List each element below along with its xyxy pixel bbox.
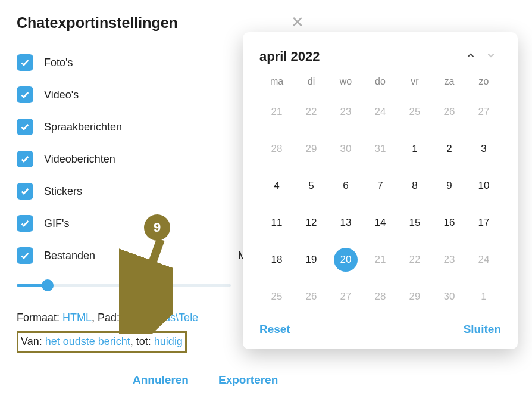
checkbox-label: Foto's — [44, 57, 73, 69]
calendar-day: 27 — [334, 285, 358, 309]
calendar-day[interactable]: 2 — [437, 137, 461, 161]
calendar-day: 30 — [437, 285, 461, 309]
calendar-reset-button[interactable]: Reset — [259, 323, 290, 336]
calendar-day: 24 — [368, 100, 392, 124]
check-icon — [20, 251, 30, 260]
checkbox[interactable] — [17, 183, 33, 200]
check-icon — [20, 154, 30, 164]
calendar-day[interactable]: 19 — [299, 248, 323, 272]
calendar-day: 31 — [368, 137, 392, 161]
calendar-day: 24 — [472, 248, 496, 272]
calendar-dow: ma — [259, 76, 294, 87]
calendar-day[interactable]: 13 — [334, 211, 358, 235]
checkbox-label: Spraakberichten — [44, 121, 122, 133]
calendar-day: 25 — [265, 285, 289, 309]
chevron-up-icon — [465, 50, 476, 61]
export-button[interactable]: Exporteren — [218, 374, 278, 387]
check-icon — [20, 186, 30, 196]
to-link[interactable]: huidig — [154, 335, 183, 347]
calendar-dow: do — [363, 76, 398, 87]
calendar-dow: zo — [467, 76, 501, 87]
checkbox-label: Stickers — [44, 185, 82, 198]
calendar-day[interactable]: 3 — [472, 137, 496, 161]
calendar-day: 29 — [299, 137, 323, 161]
calendar-dow: wo — [328, 76, 363, 87]
calendar-dow: vr — [398, 76, 432, 87]
slider-thumb[interactable] — [42, 279, 54, 291]
checkbox-label: Video's — [44, 89, 79, 101]
calendar-day[interactable]: 4 — [265, 174, 289, 198]
next-month-button[interactable] — [481, 50, 501, 64]
calendar-day: 21 — [368, 248, 392, 272]
calendar-day[interactable]: 17 — [472, 211, 496, 235]
calendar-day: 30 — [334, 137, 358, 161]
calendar-day: 27 — [472, 100, 496, 124]
from-link[interactable]: het oudste bericht — [45, 335, 130, 347]
calendar-day[interactable]: 5 — [299, 174, 323, 198]
calendar-day[interactable]: 12 — [299, 211, 323, 235]
checkbox[interactable] — [17, 151, 33, 167]
cancel-button[interactable]: Annuleren — [133, 374, 189, 387]
path-link[interactable]: Downloads\Tele — [123, 312, 198, 323]
max-size-slider[interactable] — [17, 279, 231, 291]
check-icon — [20, 219, 30, 228]
calendar-day[interactable]: 6 — [334, 174, 358, 198]
calendar-day: 26 — [299, 285, 323, 309]
check-icon — [20, 58, 30, 67]
prev-month-button[interactable] — [461, 50, 481, 64]
date-range-line: Van: het oudste bericht, tot: huidig — [21, 335, 183, 348]
calendar-day[interactable]: 7 — [368, 174, 392, 198]
calendar-title: april 2022 — [259, 49, 461, 64]
chevron-down-icon — [486, 50, 496, 61]
checkbox[interactable] — [17, 54, 33, 71]
date-range-highlight: Van: het oudste bericht, tot: huidig — [17, 331, 187, 353]
calendar-dow: za — [432, 76, 467, 87]
calendar-day: 26 — [437, 100, 461, 124]
calendar-day[interactable]: 14 — [368, 211, 392, 235]
page-title: Chatexportinstellingen — [17, 14, 296, 32]
checkbox-label: GIF's — [44, 217, 69, 230]
format-link[interactable]: HTML — [62, 312, 92, 323]
calendar-dow: di — [294, 76, 328, 87]
calendar-day: 1 — [472, 285, 496, 309]
calendar-day[interactable]: 11 — [265, 211, 289, 235]
calendar-day[interactable]: 8 — [403, 174, 427, 198]
checkbox[interactable] — [17, 215, 33, 232]
checkbox[interactable] — [17, 119, 33, 135]
calendar-day[interactable]: 1 — [403, 137, 427, 161]
checkbox-label: Videoberichten — [44, 153, 115, 166]
calendar-day[interactable]: 10 — [472, 174, 496, 198]
date-picker: april 2022 madiwodovrzazo212223242526272… — [243, 32, 518, 349]
calendar-day[interactable]: 18 — [265, 248, 289, 272]
checkbox[interactable] — [17, 86, 33, 103]
checkbox[interactable] — [17, 247, 33, 264]
calendar-day: 23 — [437, 248, 461, 272]
dialog-actions: Annuleren Exporteren — [17, 374, 296, 387]
calendar-day[interactable]: 20 — [334, 248, 358, 272]
checkbox-label: Bestanden — [44, 250, 95, 262]
calendar-day[interactable]: 9 — [437, 174, 461, 198]
calendar-day: 28 — [368, 285, 392, 309]
calendar-day: 28 — [265, 137, 289, 161]
check-icon — [20, 90, 30, 99]
calendar-day: 25 — [403, 100, 427, 124]
calendar-close-button[interactable]: Sluiten — [464, 323, 501, 336]
check-icon — [20, 122, 30, 132]
calendar-day: 22 — [299, 100, 323, 124]
calendar-day: 29 — [403, 285, 427, 309]
calendar-day[interactable]: 15 — [403, 211, 427, 235]
calendar-day: 21 — [265, 100, 289, 124]
calendar-day: 22 — [403, 248, 427, 272]
calendar-day[interactable]: 16 — [437, 211, 461, 235]
calendar-day: 23 — [334, 100, 358, 124]
